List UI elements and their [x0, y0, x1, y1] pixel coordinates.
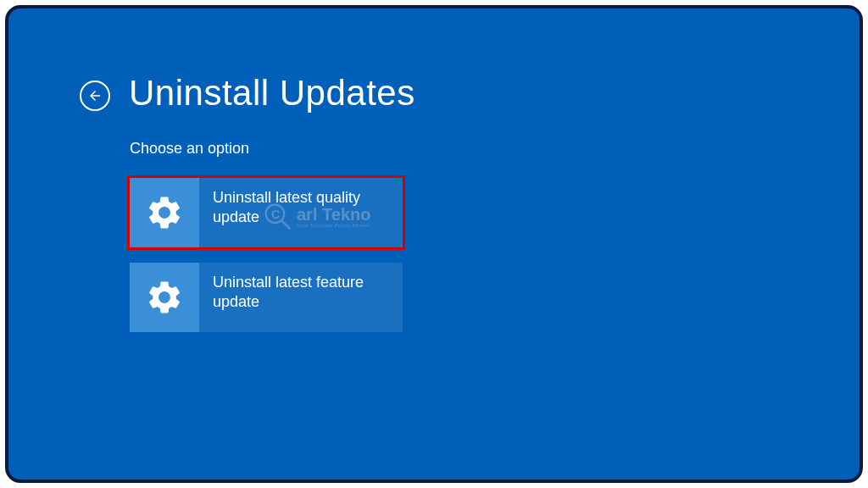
page-title: Uninstall Updates	[129, 73, 415, 114]
header: Uninstall Updates	[80, 73, 415, 114]
page-subtitle: Choose an option	[130, 140, 249, 158]
option-label: Uninstall latest feature update	[199, 263, 403, 332]
recovery-screen: Uninstall Updates Choose an option Unins…	[5, 5, 863, 483]
gear-icon	[145, 193, 184, 232]
back-button[interactable]	[80, 80, 110, 111]
option-icon-box	[130, 178, 199, 247]
gear-icon	[145, 278, 184, 317]
option-uninstall-quality-update[interactable]: Uninstall latest quality update	[130, 178, 403, 247]
back-arrow-icon	[87, 88, 103, 103]
option-icon-box	[130, 263, 199, 332]
option-uninstall-feature-update[interactable]: Uninstall latest feature update	[130, 263, 403, 332]
option-label: Uninstall latest quality update	[199, 178, 403, 247]
options-list: Uninstall latest quality update Uninstal…	[130, 178, 403, 347]
